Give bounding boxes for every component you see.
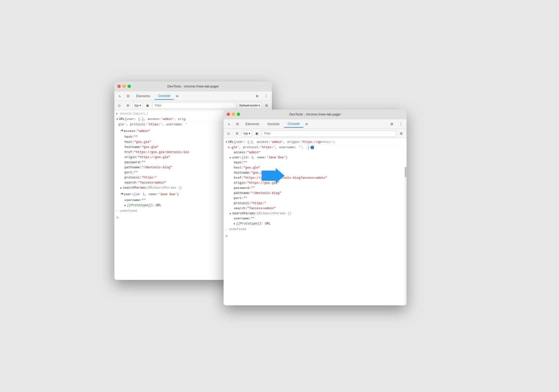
url-brace-left: {user: {…}, access: xyxy=(125,117,161,122)
eye-icon-right[interactable]: ◉ xyxy=(254,130,260,137)
blue-arrow-icon xyxy=(262,168,285,183)
red-arrow-access: ➜ xyxy=(120,127,123,134)
right-scrollbar[interactable] xyxy=(405,167,407,305)
right-toolbar: ▷ ⊘ top ▾ ◉ ⚙ xyxy=(224,129,407,138)
right-port-line: port: "" xyxy=(224,196,407,201)
levels-arrow-left: ▾ xyxy=(258,104,260,107)
context-label-left: top xyxy=(134,104,139,107)
right-user-line: user: {id: 1, name: 'Jane Doe' } xyxy=(224,155,407,160)
run-icon-right[interactable]: ▷ xyxy=(226,130,232,137)
tab-elements-right[interactable]: Elements xyxy=(242,120,263,127)
truncated-text: ▶ console.log(url…) xyxy=(116,112,148,116)
tab-console-left[interactable]: Console xyxy=(154,92,174,100)
right-search-line: search: "?access=admin" xyxy=(224,206,407,211)
access-key-left: access: xyxy=(124,129,137,134)
tab-sources-right[interactable]: Sources xyxy=(264,120,283,127)
right-href-line: href: "https://goo.gle/devtools-blog?acc… xyxy=(224,175,407,180)
right-console-prompt[interactable]: > xyxy=(224,232,407,240)
more-icon-left[interactable]: ⋮ xyxy=(263,93,270,100)
close-button-right[interactable] xyxy=(227,113,230,116)
cursor-icon-right[interactable]: ↖ xyxy=(226,120,233,128)
maximize-button-right[interactable] xyxy=(237,113,240,116)
tab-more-left[interactable]: » xyxy=(175,94,180,99)
blue-arrow-container xyxy=(262,168,285,184)
right-host-line: host: "goo.gle" xyxy=(224,165,407,170)
right-prototype-line: [[Prototype]] : URL xyxy=(224,221,407,226)
right-url-header[interactable]: URL {user: {…}, access: 'admin' , origin… xyxy=(224,140,407,145)
context-dropdown-right[interactable]: top ▾ xyxy=(242,130,252,137)
tabbar-right-right: ⚙ ⋮ xyxy=(388,120,405,128)
undefined-text-left: undefined xyxy=(120,208,137,214)
tab-console-right[interactable]: Console xyxy=(284,120,303,128)
eye-icon-left[interactable]: ◉ xyxy=(144,102,151,109)
traffic-lights-left xyxy=(117,85,131,88)
filter-input-right[interactable] xyxy=(262,130,396,137)
right-url-header-cont: o.gle' , protocol: 'https:' , username: … xyxy=(224,145,407,150)
traffic-lights-right xyxy=(227,113,240,116)
left-tabbar: ↖ ⊡ Elements Console » ⚙ ⋮ xyxy=(114,91,272,101)
right-pathname-line: pathname: "/devtools-blog" xyxy=(224,191,407,196)
right-protocol-line: protocol: "https:" xyxy=(224,201,407,206)
context-label-right: top xyxy=(244,132,248,135)
svg-marker-0 xyxy=(262,168,285,183)
right-devtools-window: DevTools - chrome://new-tab-page/ ↖ ⊡ El… xyxy=(224,110,407,305)
settings-icon-toolbar-right[interactable]: ⚙ xyxy=(398,130,405,137)
url-expand-left[interactable] xyxy=(116,117,118,122)
right-username-line: username: "" xyxy=(224,216,407,221)
minimize-button-right[interactable] xyxy=(232,113,235,116)
red-arrow-user: ➜ xyxy=(120,190,123,198)
right-tabbar: ↖ ⊡ Elements Sources Console » ⚙ ⋮ xyxy=(224,119,407,129)
url-expand-right[interactable] xyxy=(226,140,227,144)
more-icon-right[interactable]: ⋮ xyxy=(397,120,405,128)
right-hash-line: hash: "" xyxy=(224,160,407,165)
cursor-icon[interactable]: ↖ xyxy=(116,93,123,100)
info-icon[interactable]: i xyxy=(310,146,314,149)
scene: DevTools - chrome://new-tab-page/ ↖ ⊡ El… xyxy=(114,82,445,310)
minimize-button-left[interactable] xyxy=(122,85,126,88)
left-toolbar: ▷ ⊘ top ▾ ◉ Default levels ▾ ⚙ xyxy=(114,101,272,110)
filter-input-left[interactable] xyxy=(152,102,236,109)
settings-icon-toolbar-left[interactable]: ⚙ xyxy=(263,102,270,109)
device-icon[interactable]: ⊡ xyxy=(125,93,132,100)
close-button-left[interactable] xyxy=(117,85,121,88)
left-window-title: DevTools - chrome://new-tab-page/ xyxy=(167,84,219,88)
url-access-val-left: 'admin' xyxy=(161,117,174,122)
scrollbar-thumb-right[interactable] xyxy=(405,167,406,177)
left-titlebar: DevTools - chrome://new-tab-page/ xyxy=(114,82,272,91)
prototype-expand-left[interactable] xyxy=(125,204,126,208)
tab-more-right[interactable]: » xyxy=(304,122,309,127)
dropdown-arrow-left: ▾ xyxy=(139,104,141,107)
searchparams-expand-right[interactable] xyxy=(230,212,231,216)
block-icon-right[interactable]: ⊘ xyxy=(234,130,240,137)
prototype-expand-right[interactable] xyxy=(234,222,235,226)
settings-icon-right[interactable]: ⚙ xyxy=(388,120,395,128)
run-icon-left[interactable]: ▷ xyxy=(116,102,123,109)
right-window-title: DevTools - chrome://new-tab-page/ xyxy=(289,112,341,116)
url-label-left: URL xyxy=(119,117,125,122)
maximize-button-left[interactable] xyxy=(128,85,131,88)
undefined-text-right: undefined xyxy=(229,227,246,232)
user-expand-right[interactable] xyxy=(230,156,231,160)
right-hostname-line: hostname: "goo.gle" xyxy=(224,170,407,175)
vm-ref: VM4817:1 xyxy=(322,140,335,145)
right-password-line: password: "" xyxy=(224,186,407,191)
right-titlebar: DevTools - chrome://new-tab-page/ xyxy=(224,110,407,119)
context-dropdown-left[interactable]: top ▾ xyxy=(133,102,143,109)
block-icon-left[interactable]: ⊘ xyxy=(125,102,131,109)
access-val-left: "admin" xyxy=(137,129,150,134)
right-console-content: URL {user: {…}, access: 'admin' , origin… xyxy=(224,138,407,305)
settings-icon-left[interactable]: ⚙ xyxy=(254,93,261,100)
right-searchparams-line: searchParams: URLSearchParams {} xyxy=(224,211,407,216)
right-undefined-line: ← undefined xyxy=(224,226,407,232)
levels-label-left: Default levels xyxy=(239,104,258,107)
levels-dropdown-left[interactable]: Default levels ▾ xyxy=(238,102,262,109)
device-icon-right[interactable]: ⊡ xyxy=(234,120,241,128)
searchparams-expand-left[interactable] xyxy=(120,186,122,190)
tab-elements-left[interactable]: Elements xyxy=(133,93,153,99)
dropdown-arrow-right: ▾ xyxy=(249,132,250,135)
right-origin-line: origin: "https://goo.gle" xyxy=(224,180,407,186)
right-access-line: access: "admin" xyxy=(224,150,407,155)
tabbar-right-left: ⚙ ⋮ xyxy=(254,93,270,100)
